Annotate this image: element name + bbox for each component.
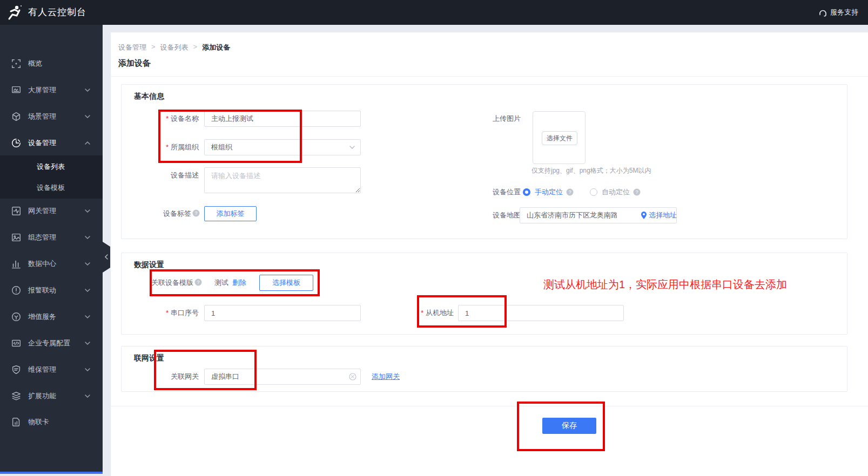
chevron-down-icon xyxy=(84,234,91,241)
service-support-button[interactable]: 服务支持 xyxy=(818,8,858,17)
sidebar-subitem-device-template[interactable]: 设备模板 xyxy=(0,180,103,195)
chevron-up-icon xyxy=(84,140,91,146)
svg-text:?: ? xyxy=(568,189,571,195)
value-service-icon xyxy=(11,311,22,322)
sidebar-item-overview[interactable]: 概览 xyxy=(0,56,103,71)
chevron-down-icon xyxy=(84,393,91,399)
network-settings-title: 联网设置 xyxy=(134,353,164,363)
scene-icon xyxy=(11,111,22,122)
organization-select[interactable] xyxy=(204,139,361,155)
chevron-down-icon xyxy=(84,366,91,373)
chevron-down-icon xyxy=(84,113,91,120)
gateway-select[interactable] xyxy=(204,369,361,385)
delete-template-link[interactable]: 删除 xyxy=(232,275,246,291)
add-device-page: 有人云控制台 服务支持 概览 大屏管理 xyxy=(0,0,868,476)
add-gateway-link[interactable]: 添加网关 xyxy=(372,369,400,385)
device-desc-label: 设备描述 xyxy=(129,167,199,183)
service-support-label: 服务支持 xyxy=(830,8,858,17)
svg-text:?: ? xyxy=(194,210,197,216)
chevron-down-icon xyxy=(84,340,91,346)
breadcrumb-device-management[interactable]: 设备管理 xyxy=(118,43,146,52)
upload-image-dropzone[interactable]: 选择文件 xyxy=(533,111,586,164)
help-icon: ? xyxy=(633,188,641,196)
device-name-input[interactable] xyxy=(204,111,361,127)
sidebar-item-maintenance[interactable]: 维保管理 xyxy=(0,362,103,377)
manual-location-option[interactable]: 手动定位 xyxy=(535,184,563,200)
sidebar-item-value-service[interactable]: 增值服务 xyxy=(0,309,103,324)
breadcrumb: 设备管理 > 设备列表 > 添加设备 xyxy=(118,43,230,52)
sidebar-item-scada[interactable]: 组态管理 xyxy=(0,230,103,245)
upload-image-label: 上传图片 xyxy=(450,111,521,127)
chevron-down-icon xyxy=(84,208,91,214)
gateway-icon xyxy=(11,206,22,216)
big-screen-icon xyxy=(11,85,22,96)
app-title: 有人云控制台 xyxy=(28,6,86,18)
template-value: 测试 xyxy=(214,275,228,291)
auto-location-option[interactable]: 自动定位 xyxy=(602,184,630,200)
sidebar-item-iot-card[interactable]: 物联卡 xyxy=(0,414,103,430)
help-icon: ? xyxy=(192,209,200,217)
extension-icon xyxy=(11,391,22,402)
device-tag-label: 设备标签 ? xyxy=(129,206,200,221)
maintenance-icon xyxy=(11,364,22,375)
chevron-down-icon xyxy=(84,314,91,320)
breadcrumb-add-device: 添加设备 xyxy=(202,43,230,52)
page-title: 添加设备 xyxy=(118,58,151,69)
device-icon xyxy=(11,138,22,148)
manual-location-radio[interactable] xyxy=(523,188,530,196)
device-desc-textarea[interactable] xyxy=(204,167,361,193)
sidebar-item-alarm[interactable]: 报警联动 xyxy=(0,283,103,298)
sidebar-item-data-center[interactable]: 数据中心 xyxy=(0,256,103,271)
data-settings-card: 数据设置 xyxy=(121,253,847,335)
device-name-label: *设备名称 xyxy=(129,111,199,127)
data-center-icon xyxy=(11,259,22,269)
device-submenu: 设备列表 设备模板 xyxy=(0,155,103,199)
sidebar-item-extension[interactable]: 扩展功能 xyxy=(0,389,103,404)
sidebar-item-device[interactable]: 设备管理 xyxy=(0,135,103,151)
sidebar-subitem-device-list[interactable]: 设备列表 xyxy=(0,159,103,174)
usr-cloud-logo-icon xyxy=(6,4,23,21)
auto-location-radio[interactable] xyxy=(590,188,597,196)
upload-hint: 仅支持jpg、gif、png格式；大小为5M以内 xyxy=(531,166,651,175)
svg-text:?: ? xyxy=(197,280,199,285)
sidebar-item-gateway[interactable]: 网关管理 xyxy=(0,203,103,219)
slave-address-input[interactable] xyxy=(458,305,624,321)
chevron-down-icon xyxy=(84,287,91,294)
overview-icon xyxy=(11,58,22,69)
device-location-label: 设备位置 xyxy=(450,184,521,200)
template-label: 关联设备模版 ? xyxy=(151,275,202,291)
gateway-label: 关联网关 xyxy=(129,369,199,385)
red-annotation-text: 测试从机地址为1，实际应用中根据串口设备去添加 xyxy=(543,277,787,292)
svg-text:?: ? xyxy=(635,189,638,195)
chevron-down-icon xyxy=(349,144,355,151)
title-divider xyxy=(111,76,868,77)
chevron-down-icon xyxy=(84,87,91,93)
alarm-icon xyxy=(11,285,22,296)
scada-icon xyxy=(11,232,22,243)
serial-port-input[interactable] xyxy=(204,305,361,321)
sidebar-item-enterprise-config[interactable]: 企业专属配置 xyxy=(0,336,103,351)
headset-icon xyxy=(818,8,827,17)
sidebar-item-scene[interactable]: 场景管理 xyxy=(0,109,103,124)
sidebar-item-big-screen[interactable]: 大屏管理 xyxy=(0,83,103,98)
save-button[interactable]: 保存 xyxy=(542,418,596,434)
serial-port-label: *串口序号 xyxy=(129,305,199,321)
clear-icon[interactable] xyxy=(349,373,356,380)
add-tag-button[interactable]: 添加标签 xyxy=(204,206,257,221)
sidebar-bottom-accent xyxy=(0,472,103,474)
breadcrumb-device-list[interactable]: 设备列表 xyxy=(160,43,189,52)
basic-info-title: 基本信息 xyxy=(134,92,164,101)
enterprise-config-icon xyxy=(11,338,22,349)
topbar: 有人云控制台 服务支持 xyxy=(0,0,868,25)
organization-label: *所属组织 xyxy=(129,139,199,155)
location-pin-icon xyxy=(641,212,647,219)
choose-address-link[interactable]: 选择地址 xyxy=(649,207,677,223)
select-template-button[interactable]: 选择模板 xyxy=(259,275,313,291)
sidebar-collapse-toggle[interactable] xyxy=(103,242,110,273)
breadcrumb-separator: > xyxy=(193,43,198,52)
iot-card-icon xyxy=(11,417,22,427)
help-icon: ? xyxy=(566,188,574,196)
slave-address-label: *从机地址 xyxy=(383,305,454,321)
choose-file-button[interactable]: 选择文件 xyxy=(542,131,577,145)
data-settings-title: 数据设置 xyxy=(134,260,164,270)
